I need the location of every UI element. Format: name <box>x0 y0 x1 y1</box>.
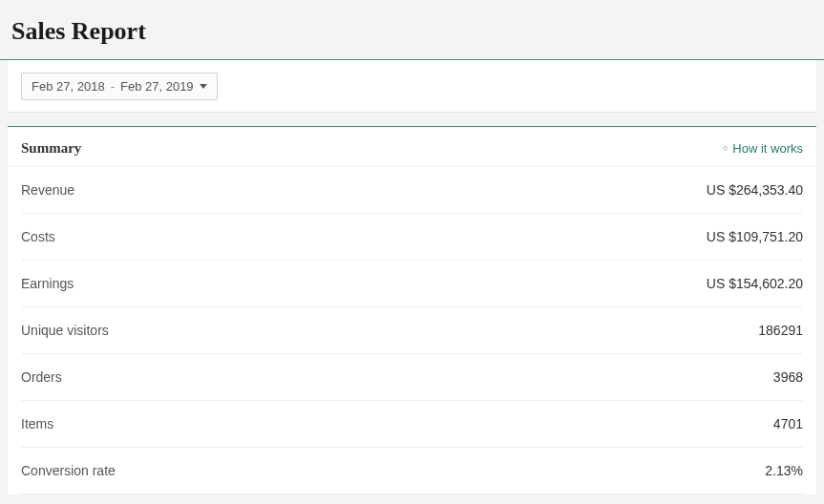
summary-row-earnings: Earnings US $154,602.20 <box>21 261 803 307</box>
summary-label: Conversion rate <box>21 463 116 478</box>
summary-list: Revenue US $264,353.40 Costs US $109,751… <box>8 167 816 494</box>
summary-label: Revenue <box>21 182 74 198</box>
summary-value: 186291 <box>758 323 803 338</box>
summary-row-items: Items 4701 <box>21 401 803 448</box>
summary-row-costs: Costs US $109,751.20 <box>21 214 803 261</box>
page-title: Sales Report <box>11 17 813 46</box>
info-bullet-icon: ○ <box>723 144 728 153</box>
summary-panel: Summary ○ How it works Revenue US $264,3… <box>8 126 816 494</box>
page-header: Sales Report <box>0 0 824 60</box>
date-range-picker[interactable]: Feb 27, 2018 - Feb 27, 2019 <box>21 73 218 100</box>
date-range-start: Feb 27, 2018 <box>32 79 105 94</box>
summary-panel-header: Summary ○ How it works <box>8 127 816 167</box>
how-it-works-label: How it works <box>732 141 803 156</box>
summary-value: 2.13% <box>765 463 803 478</box>
date-range-separator: - <box>111 79 115 94</box>
summary-label: Earnings <box>21 276 74 291</box>
summary-label: Unique visitors <box>21 323 109 338</box>
chevron-down-icon <box>200 84 207 89</box>
summary-value: US $109,751.20 <box>707 229 803 244</box>
summary-row-orders: Orders 3968 <box>21 354 803 401</box>
how-it-works-link[interactable]: ○ How it works <box>723 141 803 156</box>
summary-label: Orders <box>21 369 62 385</box>
summary-title: Summary <box>21 140 81 157</box>
summary-row-revenue: Revenue US $264,353.40 <box>21 167 803 214</box>
summary-value: 4701 <box>773 416 803 431</box>
summary-value: 3968 <box>773 369 803 385</box>
summary-value: US $264,353.40 <box>707 182 803 198</box>
summary-row-unique-visitors: Unique visitors 186291 <box>21 307 803 354</box>
summary-value: US $154,602.20 <box>707 276 803 291</box>
summary-row-conversion-rate: Conversion rate 2.13% <box>21 448 803 494</box>
summary-label: Costs <box>21 229 55 244</box>
date-range-end: Feb 27, 2019 <box>120 79 194 94</box>
filter-bar: Feb 27, 2018 - Feb 27, 2019 <box>8 60 816 113</box>
content: Summary ○ How it works Revenue US $264,3… <box>8 126 816 494</box>
summary-label: Items <box>21 416 53 431</box>
